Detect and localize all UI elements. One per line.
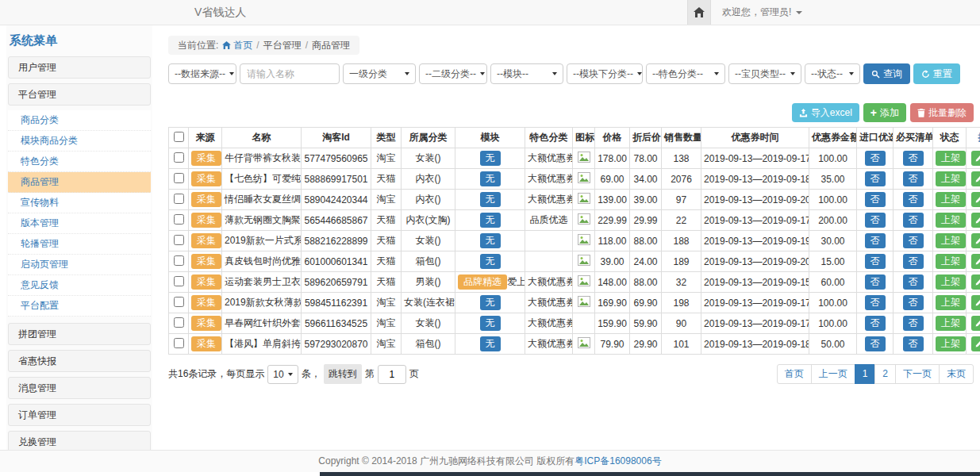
must-buy-toggle[interactable]: 否 <box>903 316 924 331</box>
edit-button[interactable] <box>971 336 980 351</box>
status-select[interactable]: --状态-- <box>805 63 860 84</box>
sidebar-item[interactable]: 轮播管理 <box>8 234 151 255</box>
sidebar-item[interactable]: 拼团管理 <box>8 323 151 345</box>
status-button[interactable]: 上架 <box>936 171 966 186</box>
page-button[interactable]: 1 <box>855 364 876 384</box>
row-checkbox[interactable] <box>174 255 184 266</box>
imported-toggle[interactable]: 否 <box>865 316 886 331</box>
status-button[interactable]: 上架 <box>936 213 966 228</box>
name-search-input[interactable] <box>240 63 340 84</box>
data-source-select[interactable]: --数据来源-- <box>168 63 236 84</box>
page-button[interactable]: 首页 <box>777 364 812 384</box>
must-buy-toggle[interactable]: 否 <box>903 171 924 186</box>
sidebar-item[interactable]: 商品管理 <box>8 172 151 193</box>
must-buy-toggle[interactable]: 否 <box>903 295 924 310</box>
page-button[interactable]: 末页 <box>939 364 974 384</box>
page-button[interactable]: 2 <box>874 364 896 384</box>
edit-button[interactable] <box>971 254 980 269</box>
must-buy-toggle[interactable]: 否 <box>903 151 924 166</box>
imported-toggle[interactable]: 否 <box>865 213 886 228</box>
status-button[interactable]: 上架 <box>936 295 966 310</box>
row-checkbox[interactable] <box>174 317 184 328</box>
imported-toggle[interactable]: 否 <box>865 192 886 207</box>
row-checkbox[interactable] <box>174 235 184 245</box>
sidebar-item[interactable]: 特色分类 <box>8 152 151 172</box>
reset-button[interactable]: 重置 <box>913 63 960 84</box>
row-checkbox[interactable] <box>174 194 184 204</box>
status-button[interactable]: 上架 <box>936 192 966 207</box>
sidebar-item[interactable]: 省惠快报 <box>8 350 151 372</box>
status-button[interactable]: 上架 <box>936 254 966 269</box>
level1-category-select[interactable]: 一级分类 <box>343 63 416 84</box>
sidebar-item[interactable]: 用户管理 <box>8 56 151 79</box>
breadcrumb-home-link[interactable]: 首页 <box>222 39 252 52</box>
select-all-checkbox[interactable] <box>174 132 184 142</box>
search-button[interactable]: 查询 <box>863 63 910 84</box>
edit-button[interactable] <box>971 274 980 290</box>
row-checkbox[interactable] <box>174 297 184 307</box>
user-menu[interactable]: 欢迎您，管理员! <box>711 0 813 25</box>
jump-button[interactable]: 跳转到 <box>324 364 362 384</box>
imported-toggle[interactable]: 否 <box>865 151 886 166</box>
row-checkbox[interactable] <box>174 276 184 286</box>
icp-link[interactable]: 粤ICP备16098006号 <box>575 455 661 466</box>
sidebar-item[interactable]: 启动页管理 <box>8 255 151 275</box>
must-buy-toggle[interactable]: 否 <box>903 192 924 207</box>
column-header: 特色分类 <box>525 128 573 148</box>
sidebar-item[interactable]: 宣传物料 <box>8 193 151 213</box>
row-checkbox[interactable] <box>174 338 184 348</box>
edit-button[interactable] <box>971 233 980 248</box>
item-type-select[interactable]: --宝贝类型-- <box>728 63 801 84</box>
page-button[interactable]: 下一页 <box>895 364 940 384</box>
module-select[interactable]: --模块-- <box>490 63 563 84</box>
sidebar-item[interactable]: 模块商品分类 <box>8 131 151 152</box>
imported-toggle[interactable]: 否 <box>865 171 886 186</box>
page-button[interactable]: 上一页 <box>811 364 855 384</box>
row-checkbox[interactable] <box>174 214 184 225</box>
sidebar-item[interactable]: 平台管理 <box>8 83 151 106</box>
status-button[interactable]: 上架 <box>936 233 966 248</box>
cell-name: 牛仔背带裤女秋装减龄... <box>222 148 302 169</box>
edit-button[interactable] <box>971 192 980 207</box>
module-sub-select[interactable]: --模块下分类-- <box>567 63 643 84</box>
sidebar-item[interactable]: 平台配置 <box>8 296 151 317</box>
status-button[interactable]: 上架 <box>936 336 966 351</box>
import-excel-button[interactable]: 导入excel <box>792 103 859 122</box>
edit-button[interactable] <box>971 213 980 228</box>
edit-button[interactable] <box>971 171 980 186</box>
per-page-select[interactable]: 10 <box>267 365 298 384</box>
must-buy-toggle[interactable]: 否 <box>903 274 924 290</box>
edit-button[interactable] <box>971 151 980 166</box>
level2-category-select[interactable]: --二级分类-- <box>419 63 487 84</box>
imported-toggle[interactable]: 否 <box>865 274 886 290</box>
page-number-input[interactable] <box>378 365 406 384</box>
edit-button[interactable] <box>971 295 980 310</box>
source-badge: 采集 <box>191 233 221 248</box>
sidebar-item[interactable]: 兑换管理 <box>8 431 151 450</box>
imported-toggle[interactable]: 否 <box>865 336 886 351</box>
add-button[interactable]: + 添加 <box>863 103 906 122</box>
feature-category-select[interactable]: --特色分类-- <box>646 63 725 84</box>
status-button[interactable]: 上架 <box>936 274 966 290</box>
sidebar-item[interactable]: 版本管理 <box>8 213 151 234</box>
must-buy-toggle[interactable]: 否 <box>903 233 924 248</box>
row-checkbox[interactable] <box>174 152 184 163</box>
sidebar-item[interactable]: 订单管理 <box>8 404 151 426</box>
sidebar-item[interactable]: 商品分类 <box>8 110 151 131</box>
must-buy-toggle[interactable]: 否 <box>903 336 924 351</box>
edit-button[interactable] <box>971 316 980 331</box>
imported-toggle[interactable]: 否 <box>865 254 886 269</box>
status-button[interactable]: 上架 <box>936 151 966 166</box>
batch-delete-button[interactable]: 批量删除 <box>910 103 974 122</box>
must-buy-toggle[interactable]: 否 <box>903 254 924 269</box>
imported-toggle[interactable]: 否 <box>865 233 886 248</box>
home-button[interactable] <box>687 0 711 25</box>
row-checkbox[interactable] <box>174 173 184 183</box>
sidebar-item[interactable]: 意见反馈 <box>8 275 151 296</box>
status-button[interactable]: 上架 <box>936 316 966 331</box>
sidebar-item[interactable]: 消息管理 <box>8 377 151 399</box>
topbar-right: 欢迎您，管理员! <box>687 0 813 25</box>
module-none-badge: 无 <box>480 192 501 207</box>
imported-toggle[interactable]: 否 <box>865 295 886 310</box>
must-buy-toggle[interactable]: 否 <box>903 213 924 228</box>
